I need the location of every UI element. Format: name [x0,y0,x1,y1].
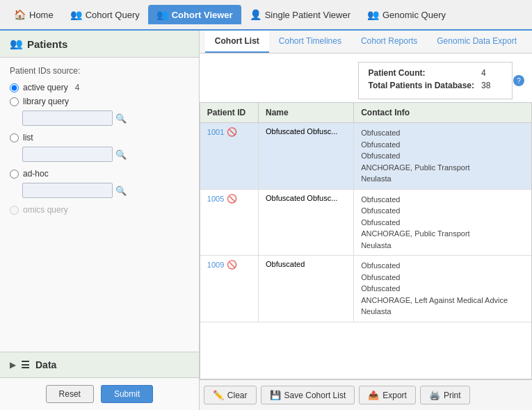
list-input[interactable] [22,147,113,162]
nav-cohort-query-label: Cohort Query [86,10,140,20]
genomic-query-icon: 👥 [367,9,379,20]
save-icon: 💾 [270,390,281,400]
action-bar: ✏️ Clear 💾 Save Cohort List 📤 Export 🖨️ … [200,379,532,410]
data-section[interactable]: ▶ ☰ Data [0,352,199,377]
total-patients-row: Total Patients in Database: 38 [369,81,502,90]
left-panel-header: 👥 Patients [0,31,199,58]
patient-id-link[interactable]: 1009 🚫 [207,260,251,270]
table-header-row: Patient ID Name Contact Info [200,103,531,123]
nav-genomic-query[interactable]: 👥 Genomic Query [359,5,454,24]
patient-id-cell: 1005 🚫 [200,189,259,256]
info-box-row: Patient Count: 4 Total Patients in Datab… [200,54,532,102]
contact-info-cell: ObfuscatedObfuscatedObfuscatedANCHORAGE,… [354,123,531,190]
source-list-row: list [10,133,189,142]
col-patient-id: Patient ID [200,103,259,123]
patient-table: Patient ID Name Contact Info 1001 🚫Obfus… [200,103,531,322]
left-panel: 👥 Patients Patient IDs source: active qu… [0,31,200,410]
source-omics-radio[interactable] [10,206,19,215]
source-active-query-radio[interactable] [10,83,19,92]
right-panel: Cohort List Cohort Timelines Cohort Repo… [200,31,532,410]
source-active-query-row: active query 4 [10,83,189,92]
single-patient-icon: 👤 [250,9,261,20]
data-section-label: Data [35,359,56,370]
col-contact-info: Contact Info [354,103,531,123]
left-panel-content: Patient IDs source: active query 4 libra… [0,58,199,352]
contact-info-cell: ObfuscatedObfuscatedObfuscatedANCHORAGE,… [354,189,531,256]
nav-home[interactable]: 🏠 Home [6,5,62,24]
source-label: Patient IDs source: [10,66,189,76]
table-row[interactable]: 1001 🚫Obfuscated Obfusc...ObfuscatedObfu… [200,123,531,190]
library-query-input[interactable] [22,110,113,126]
help-icon[interactable]: ? [513,75,524,86]
data-section-icon: ☰ [21,359,30,370]
source-list-label[interactable]: list [23,133,33,142]
source-library-query-radio[interactable] [10,97,19,106]
tab-cohort-timelines[interactable]: Cohort Timelines [269,31,351,53]
source-omics-label: omics query [23,205,68,215]
tab-cohort-reports[interactable]: Cohort Reports [351,31,427,53]
patient-count-value: 4 [481,68,502,78]
nav-single-patient-viewer[interactable]: 👤 Single Patient Viewer [241,5,359,24]
nav-cohort-viewer[interactable]: 👥 Cohort Viewer [148,5,241,24]
submit-button[interactable]: Submit [101,385,153,403]
print-button[interactable]: 🖨️ Print [420,386,470,404]
patient-count-label: Patient Count: [369,68,426,78]
source-adhoc-label[interactable]: ad-hoc [23,169,49,179]
table-row[interactable]: 1009 🚫ObfuscatedObfuscatedObfuscatedObfu… [200,256,531,322]
adhoc-search-btn[interactable]: 🔍 [115,186,127,196]
contact-info-cell: ObfuscatedObfuscatedObfuscatedANCHORAGE,… [354,256,531,322]
remove-icon[interactable]: 🚫 [227,127,237,137]
patient-id-cell: 1009 🚫 [200,256,259,322]
patient-name-cell: Obfuscated Obfusc... [259,189,354,256]
adhoc-input[interactable] [22,183,113,198]
table-row[interactable]: 1005 🚫Obfuscated Obfusc...ObfuscatedObfu… [200,189,531,256]
source-omics-row: omics query [10,205,189,215]
remove-icon[interactable]: 🚫 [227,260,237,270]
print-icon: 🖨️ [429,390,440,400]
col-name: Name [259,103,354,123]
left-panel-title: Patients [27,38,67,50]
tab-genomic-data-export[interactable]: Genomic Data Export [427,31,526,53]
library-query-search-row: 🔍 [22,110,189,126]
tab-bar: Cohort List Cohort Timelines Cohort Repo… [200,31,532,54]
patient-id-link[interactable]: 1001 🚫 [207,127,251,137]
patient-count-row: Patient Count: 4 [369,68,502,78]
patient-name-cell: Obfuscated Obfusc... [259,123,354,190]
cohort-query-icon: 👥 [70,9,82,20]
patient-id-link[interactable]: 1005 🚫 [207,194,251,204]
clear-icon: ✏️ [213,390,224,400]
nav-cohort-query[interactable]: 👥 Cohort Query [62,5,148,24]
contact-info: ObfuscatedObfuscatedObfuscatedANCHORAGE,… [361,127,524,185]
patients-icon: 👥 [10,38,23,50]
cohort-viewer-icon: 👥 [156,9,168,20]
content-area: Patient ID Name Contact Info 1001 🚫Obfus… [200,102,532,379]
nav-home-label: Home [29,10,54,20]
nav-genomic-query-label: Genomic Query [382,10,446,20]
remove-icon[interactable]: 🚫 [227,194,237,204]
active-query-count: 4 [75,83,80,92]
tab-cohort-list[interactable]: Cohort List [205,31,269,53]
data-section-arrow: ▶ [10,361,15,370]
patient-id-cell: 1001 🚫 [200,123,259,190]
source-adhoc-radio[interactable] [10,170,19,179]
source-list-radio[interactable] [10,133,19,142]
list-search-row: 🔍 [22,147,189,162]
home-icon: 🏠 [14,9,26,20]
contact-info: ObfuscatedObfuscatedObfuscatedANCHORAGE,… [361,260,524,318]
export-icon: 📤 [368,390,379,400]
export-button[interactable]: 📤 Export [359,386,416,404]
total-patients-label: Total Patients in Database: [369,81,474,90]
list-search-btn[interactable]: 🔍 [115,149,127,160]
contact-info: ObfuscatedObfuscatedObfuscatedANCHORAGE,… [361,194,524,252]
nav-cohort-viewer-label: Cohort Viewer [172,10,233,20]
reset-button[interactable]: Reset [46,385,94,403]
clear-button[interactable]: ✏️ Clear [204,386,257,404]
patient-table-container[interactable]: Patient ID Name Contact Info 1001 🚫Obfus… [200,102,532,379]
source-library-query-label[interactable]: library query [23,97,69,106]
save-cohort-list-button[interactable]: 💾 Save Cohort List [261,386,355,404]
source-active-query-label[interactable]: active query [23,83,68,92]
library-query-search-btn[interactable]: 🔍 [115,113,127,124]
nav-single-patient-label: Single Patient Viewer [265,10,350,20]
top-nav: 🏠 Home 👥 Cohort Query 👥 Cohort Viewer 👤 … [0,0,532,31]
source-library-query-row: library query [10,97,189,106]
